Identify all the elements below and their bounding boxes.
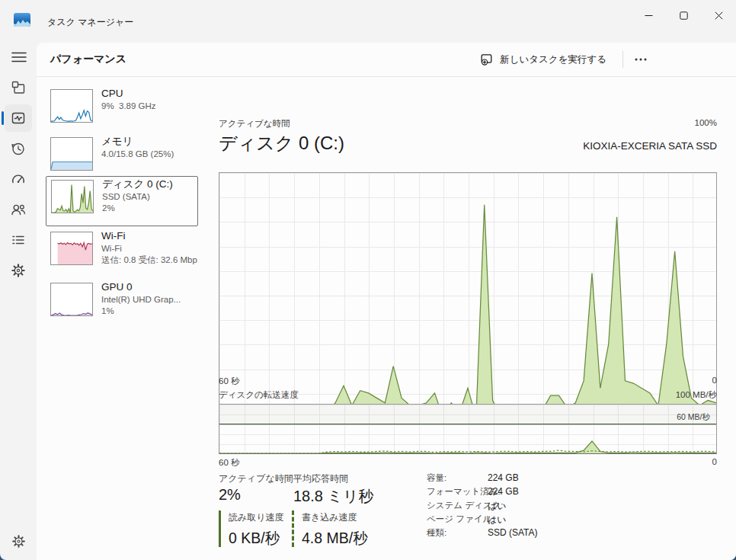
gpu-title: GPU 0 (101, 280, 197, 294)
system-disk-label: システム ディスク: (427, 500, 488, 514)
active-time-chart (219, 172, 717, 418)
rail-item-details[interactable] (5, 226, 32, 254)
startup-apps-icon (9, 170, 27, 188)
sidebar-item-gpu[interactable]: GPU 0 Intel(R) UHD Grap... 1% (46, 280, 198, 330)
minimize-button[interactable] (631, 0, 666, 30)
window-title: タスク マネージャー (47, 16, 133, 29)
services-icon (10, 262, 27, 279)
sidebar-item-wifi[interactable]: Wi-Fi Wi-Fi 送信: 0.8 受信: 32.6 Mbp (46, 229, 198, 279)
close-button[interactable] (701, 0, 736, 30)
wifi-title: Wi-Fi (101, 229, 197, 243)
avg-response-value: 18.8 ミリ秒 (293, 486, 373, 507)
performance-icon (9, 109, 27, 127)
chart1-x-right: 0 (712, 376, 717, 385)
rail-item-app-history[interactable] (5, 135, 32, 162)
details-icon (9, 231, 27, 249)
type-label: 種類: (427, 527, 488, 541)
wifi-subtitle: Wi-Fi (101, 243, 197, 254)
new-task-icon (481, 53, 494, 66)
rail-item-processes[interactable] (5, 74, 32, 101)
active-time-label: アクティブな時間 (219, 472, 293, 485)
system-disk-value: はい (488, 500, 507, 514)
detail-capacity: 容量: 224 GB (427, 472, 519, 486)
rail-item-performance[interactable] (5, 104, 32, 132)
disk-type: SSD (SATA) (102, 191, 198, 203)
wifi-throughput: 送信: 0.8 受信: 32.6 Mbp (101, 254, 197, 266)
cpu-mini-chart (50, 89, 93, 123)
rail-item-users[interactable] (5, 196, 32, 223)
write-speed-value: 4.8 MB/秒 (302, 528, 368, 549)
settings-gear-icon (11, 533, 27, 549)
task-manager-app-icon (14, 13, 30, 27)
ellipsis-icon (635, 58, 647, 61)
gpu-usage: 1% (101, 306, 197, 317)
page-file-label: ページ ファイル: (427, 514, 488, 527)
run-new-task-label: 新しいタスクを実行する (500, 53, 606, 66)
sidebar-item-memory[interactable]: メモリ 4.0/15.8 GB (25%) (46, 134, 198, 181)
navigation-rail (0, 43, 37, 560)
page-header: パフォーマンス 新しいタスクを実行する (37, 43, 736, 77)
disk-usage: 2% (102, 203, 198, 214)
maximize-button[interactable] (666, 0, 701, 30)
capacity-label: 容量: (427, 472, 488, 486)
sidebar-item-disk0[interactable]: ディスク 0 (C:) SSD (SATA) 2% (46, 176, 198, 226)
read-speed-label: 読み取り速度 (229, 511, 284, 524)
read-speed-value: 0 KB/秒 (229, 528, 284, 549)
chart2-x-right: 0 (712, 457, 717, 466)
detail-page-file: ページ ファイル: はい (427, 514, 507, 527)
hamburger-menu-icon[interactable] (9, 47, 29, 67)
content-panel: パフォーマンス 新しいタスクを実行する CPU 9% 3.8 (37, 43, 736, 560)
read-speed-block: 読み取り速度 0 KB/秒 (219, 510, 284, 547)
formatted-value: 224 GB (488, 486, 519, 500)
header-separator (622, 51, 623, 68)
detail-system-disk: システム ディスク: はい (427, 500, 507, 514)
app-history-icon (9, 139, 27, 158)
disk-heading: ディスク 0 (C:) (219, 131, 344, 155)
page-file-value: はい (488, 514, 507, 527)
run-new-task-button[interactable]: 新しいタスクを実行する (473, 48, 614, 71)
type-value: SSD (SATA) (488, 527, 538, 541)
memory-mini-chart (50, 137, 93, 171)
chart2-label: ディスクの転送速度 (219, 389, 299, 401)
chart2-x-left: 60 秒 (219, 457, 240, 469)
memory-title: メモリ (101, 135, 197, 149)
gpu-mini-chart (50, 283, 93, 316)
rail-item-startup-apps[interactable] (5, 165, 32, 193)
gpu-subtitle: Intel(R) UHD Grap... (101, 294, 197, 306)
disk-mini-chart (51, 180, 94, 213)
capacity-value: 224 GB (488, 472, 519, 486)
rail-item-services[interactable] (5, 257, 32, 284)
disk-title: ディスク 0 (C:) (102, 178, 198, 191)
cpu-title: CPU (101, 87, 197, 101)
detail-type: 種類: SSD (SATA) (427, 527, 538, 541)
cpu-stats: 9% 3.89 GHz (101, 101, 197, 112)
task-manager-window: タスク マネージャー (0, 0, 736, 560)
disk-stats: アクティブな時間 2% 平均応答時間 18.8 ミリ秒 読み取り速度 0 KB/… (219, 471, 717, 555)
titlebar: タスク マネージャー (0, 0, 736, 43)
active-time-value: 2% (219, 486, 241, 504)
chart1-label: アクティブな時間 (219, 118, 290, 130)
wifi-mini-chart (50, 232, 93, 265)
formatted-label: フォーマット済み: (427, 486, 488, 500)
selected-indicator (2, 111, 4, 125)
write-speed-label: 書き込み速度 (302, 511, 368, 524)
chart1-max-label: 100% (695, 118, 717, 127)
more-options-button[interactable] (628, 48, 654, 71)
avg-response-label: 平均応答時間 (293, 472, 348, 485)
page-title: パフォーマンス (50, 53, 126, 66)
transfer-rate-chart: 60 MB/秒 (219, 404, 717, 454)
chart1-x-left: 60 秒 (219, 376, 240, 387)
device-name: KIOXIA-EXCERIA SATA SSD (583, 140, 717, 152)
write-speed-block: 書き込み速度 4.8 MB/秒 (292, 510, 368, 547)
detail-formatted: フォーマット済み: 224 GB (427, 486, 519, 500)
users-icon (9, 200, 27, 219)
rail-item-settings[interactable] (5, 527, 32, 555)
processes-icon (9, 78, 27, 97)
chart2-max-label: 100 MB/秒 (676, 389, 717, 401)
memory-stats: 4.0/15.8 GB (25%) (101, 149, 197, 160)
sidebar-item-cpu[interactable]: CPU 9% 3.89 GHz (46, 86, 198, 133)
